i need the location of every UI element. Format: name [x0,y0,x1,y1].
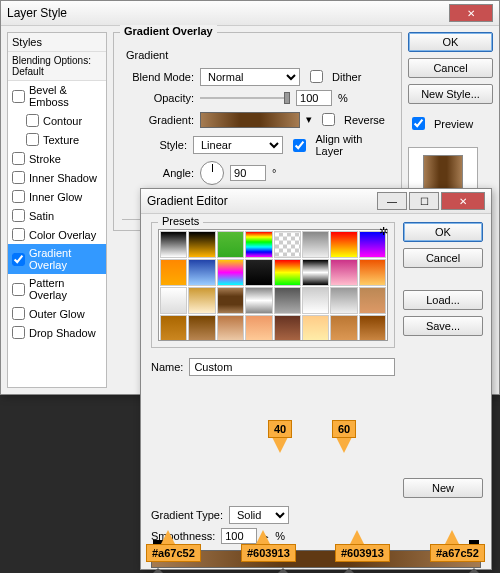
style-item[interactable]: Stroke [8,149,106,168]
color-stop[interactable] [469,568,479,573]
ge-cancel-button[interactable]: Cancel [403,248,483,268]
preset-swatch[interactable] [274,315,301,341]
styles-list: Styles Blending Options: Default Bevel &… [7,32,107,388]
preset-swatch[interactable] [302,231,329,258]
preset-swatch[interactable] [274,287,301,314]
preset-swatch[interactable] [274,259,301,286]
presets-box: Presets ✲ [151,222,395,348]
preset-swatch[interactable] [188,259,215,286]
new-button[interactable]: New [403,478,483,498]
preset-grid[interactable] [158,229,388,341]
style-checkbox[interactable] [12,152,25,165]
preset-swatch[interactable] [274,231,301,258]
style-item-label: Bevel & Emboss [29,84,102,108]
close-icon[interactable]: ✕ [441,192,485,210]
load-button[interactable]: Load... [403,290,483,310]
gradient-editor-titlebar[interactable]: Gradient Editor — ☐ ✕ [141,189,491,214]
preset-swatch[interactable] [217,259,244,286]
maximize-icon[interactable]: ☐ [409,192,439,210]
preset-swatch[interactable] [359,315,386,341]
angle-input[interactable] [230,165,266,181]
style-checkbox[interactable] [12,326,25,339]
style-checkbox[interactable] [12,228,25,241]
color-stop[interactable] [153,568,163,573]
ge-ok-button[interactable]: OK [403,222,483,242]
style-item[interactable]: Gradient Overlay [8,244,106,274]
blend-mode-select[interactable]: Normal [200,68,300,86]
preset-swatch[interactable] [188,315,215,341]
style-label: Style: [126,139,187,151]
opacity-slider[interactable] [200,91,290,105]
styles-header[interactable]: Styles [8,33,106,52]
style-checkbox[interactable] [12,90,25,103]
blending-header[interactable]: Blending Options: Default [8,52,106,81]
ok-button[interactable]: OK [408,32,493,52]
style-item[interactable]: Pattern Overlay [8,274,106,304]
preset-swatch[interactable] [359,287,386,314]
close-icon[interactable]: ✕ [449,4,493,22]
preset-swatch[interactable] [160,287,187,314]
preset-swatch[interactable] [245,231,272,258]
preset-swatch[interactable] [245,287,272,314]
gradient-swatch[interactable] [200,112,300,128]
style-checkbox[interactable] [12,283,25,296]
style-item[interactable]: Color Overlay [8,225,106,244]
preset-swatch[interactable] [359,259,386,286]
save-button[interactable]: Save... [403,316,483,336]
preset-swatch[interactable] [160,315,187,341]
cancel-button[interactable]: Cancel [408,58,493,78]
style-item[interactable]: Inner Shadow [8,168,106,187]
reverse-checkbox[interactable] [322,113,335,126]
preset-swatch[interactable] [188,287,215,314]
preset-swatch[interactable] [217,231,244,258]
preset-swatch[interactable] [330,231,357,258]
style-item[interactable]: Inner Glow [8,187,106,206]
opacity-input[interactable] [296,90,332,106]
angle-label: Angle: [126,167,194,179]
name-input[interactable] [189,358,395,376]
preset-swatch[interactable] [330,259,357,286]
style-item[interactable]: Outer Glow [8,304,106,323]
preview-checkbox[interactable] [412,117,425,130]
preset-swatch[interactable] [217,315,244,341]
color-stop[interactable] [278,568,288,573]
preset-swatch[interactable] [160,231,187,258]
minimize-icon[interactable]: — [377,192,407,210]
arrow-down-icon [272,437,288,453]
layer-style-titlebar[interactable]: Layer Style ✕ [1,1,499,26]
style-item[interactable]: Satin [8,206,106,225]
smoothness-input[interactable] [221,528,257,544]
preset-swatch[interactable] [302,259,329,286]
preset-swatch[interactable] [217,287,244,314]
preset-swatch[interactable] [302,315,329,341]
style-checkbox[interactable] [12,190,25,203]
style-item[interactable]: Texture [8,130,106,149]
style-checkbox[interactable] [12,253,25,266]
chevron-down-icon[interactable]: ▾ [306,113,312,126]
new-style-button[interactable]: New Style... [408,84,493,104]
style-select[interactable]: Linear [193,136,283,154]
gradient-type-select[interactable]: Solid [229,506,289,524]
preset-swatch[interactable] [330,287,357,314]
style-checkbox[interactable] [12,307,25,320]
style-item[interactable]: Contour [8,111,106,130]
style-item[interactable]: Drop Shadow [8,323,106,342]
preset-swatch[interactable] [245,259,272,286]
preset-swatch[interactable] [302,287,329,314]
style-item-label: Texture [43,134,79,146]
preset-swatch[interactable] [330,315,357,341]
preset-swatch[interactable] [188,231,215,258]
style-item[interactable]: Bevel & Emboss [8,81,106,111]
dither-checkbox[interactable] [310,70,323,83]
preset-swatch[interactable] [245,315,272,341]
align-checkbox[interactable] [293,139,306,152]
style-checkbox[interactable] [12,171,25,184]
preset-swatch[interactable] [160,259,187,286]
name-label: Name: [151,361,183,373]
style-checkbox[interactable] [26,114,39,127]
gear-icon[interactable]: ✲ [379,225,388,238]
angle-dial[interactable] [200,161,224,185]
color-stop[interactable] [344,568,354,573]
style-checkbox[interactable] [26,133,39,146]
style-checkbox[interactable] [12,209,25,222]
